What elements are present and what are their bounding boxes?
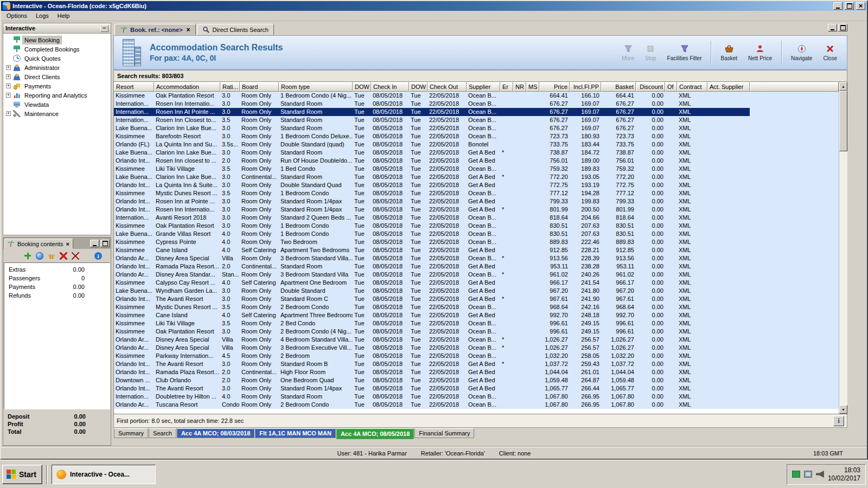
- booking-item-payments[interactable]: Payments0.00: [4, 282, 110, 291]
- globe-icon[interactable]: [36, 252, 43, 260]
- tree-expander[interactable]: +: [6, 74, 11, 79]
- facilities-filter-button[interactable]: Facilities Filter: [663, 42, 706, 63]
- result-row[interactable]: Orlando Int...The Avanti Resort3.0Room O…: [114, 360, 750, 368]
- sidebar-item-completed-bookings[interactable]: Completed Bookings: [3, 44, 111, 54]
- column-header-er[interactable]: Er: [500, 82, 513, 92]
- result-row[interactable]: KissimmeeMystic Dunes Resort ...3.5Room …: [114, 303, 750, 311]
- result-row[interactable]: KissimmeeBarefootn Resort3.0Room Only1 B…: [114, 132, 750, 140]
- result-row[interactable]: KissimmeeCypress Pointe4.0Room OnlyTwo B…: [114, 238, 750, 246]
- result-row[interactable]: KissimmeeCalypso Cay Resort ...4.0Self C…: [114, 279, 750, 287]
- result-row[interactable]: Lake Buena...Grande Villas Resort4.0Room…: [114, 230, 750, 238]
- bottom-tab-flt-1a-1c-man-mco-man[interactable]: Flt 1A,1C MAN MCO MAN: [255, 428, 336, 438]
- result-row[interactable]: KissimmeeLiki Tiki Village3.5Room Only2 …: [114, 319, 750, 328]
- panel-maximize-button[interactable]: [100, 240, 110, 247]
- result-row[interactable]: Orlando Ar...Disney Area SpecialVillaRoo…: [114, 344, 750, 352]
- result-row[interactable]: Orlando Ar...Disney Area SpecialVillaRoo…: [114, 336, 750, 344]
- tree-expander[interactable]: +: [6, 93, 11, 98]
- doc-restore-button[interactable]: [838, 24, 847, 31]
- info-icon[interactable]: [94, 252, 102, 260]
- result-row[interactable]: Orlando Ar...Disney Area Standar...Stan.…: [114, 271, 750, 279]
- result-row[interactable]: Orlando Int...The Avanti Resort3.0Room O…: [114, 295, 750, 303]
- tray-clock[interactable]: 18:03 10/02/2017: [828, 466, 860, 483]
- column-header-check-in[interactable]: Check In: [371, 82, 409, 92]
- bottom-tab-financial-summary[interactable]: Financial Summary: [414, 428, 474, 438]
- column-header-resort[interactable]: Resort: [114, 82, 154, 92]
- result-row[interactable]: KissimmeeCane Island4.0Self CateringApar…: [114, 311, 750, 319]
- bottom-tab-search[interactable]: Search: [149, 428, 176, 438]
- column-header-dow[interactable]: DOW: [409, 82, 427, 92]
- sidebar-item-administrator[interactable]: +Administrator: [3, 63, 111, 72]
- result-row[interactable]: Internation...Avanti Resort 20183.0Room …: [114, 214, 750, 222]
- sidebar-item-viewdata[interactable]: Viewdata: [3, 100, 111, 109]
- start-button[interactable]: Start: [2, 465, 42, 484]
- result-row[interactable]: Internation...Rosen Inn Internatio...3.0…: [114, 100, 750, 108]
- result-row[interactable]: KissimmeeLiki Tiki Village3.5Room Only1 …: [114, 165, 750, 173]
- result-row[interactable]: Downtown ...Club Orlando2.0Room OnlyOne …: [114, 376, 750, 384]
- result-row[interactable]: Lake Buena...Clarion Inn Lake Bue...3.0R…: [114, 149, 750, 157]
- bottom-tab-acc-4a-mco-08-03-2018[interactable]: Acc 4A MCO; 08/03/2018: [177, 428, 254, 438]
- panel-minimize-button[interactable]: [90, 240, 99, 247]
- scrollbar-track[interactable]: [839, 91, 847, 405]
- result-row[interactable]: Orlando Int...Ramada Plaza Resort...2.0C…: [114, 368, 750, 376]
- scroll-down-icon[interactable]: ▼: [839, 405, 847, 414]
- column-header-incl-fl-pp[interactable]: Incl.Fl.PP: [570, 82, 601, 92]
- tab-direct-clients-search[interactable]: Direct Clients Search: [197, 24, 274, 35]
- column-header-rati[interactable]: Rati...: [220, 82, 240, 92]
- network-icon[interactable]: [792, 471, 800, 478]
- sidebar-item-reporting-and-analytics[interactable]: +Reporting and Analytics: [3, 91, 111, 100]
- column-header-of[interactable]: Of: [665, 82, 677, 92]
- result-row[interactable]: KissimmeeOak Plantation Resort3.0Room On…: [114, 222, 750, 230]
- taskbar-task-button[interactable]: Interactive - Ocea...: [52, 465, 156, 484]
- more-button[interactable]: More: [617, 42, 639, 63]
- result-row[interactable]: KissimmeeParkway Internation...4.5Room O…: [114, 352, 750, 360]
- clear-icon[interactable]: [72, 252, 79, 260]
- result-row[interactable]: KissimmeeCane Island4.0Self CateringApar…: [114, 246, 750, 254]
- booking-item-refunds[interactable]: Refunds0.00: [4, 291, 110, 300]
- doc-minimize-button[interactable]: [828, 24, 837, 31]
- result-row[interactable]: Orlando Int...La Quinta Inn & Suite...3.…: [114, 181, 750, 189]
- maximize-button[interactable]: [845, 2, 854, 10]
- bottom-tab-acc-4a-mco-08-05-2018[interactable]: Acc 4A MCO; 08/05/2018: [336, 428, 414, 439]
- result-row[interactable]: Lake Buena...Clarion Inn Lake Bue...3.0R…: [114, 124, 750, 132]
- column-header-check-out[interactable]: Check Out: [427, 82, 467, 92]
- column-header-discount[interactable]: Discount: [636, 82, 665, 92]
- tree-expander[interactable]: +: [6, 84, 11, 88]
- column-header-dow[interactable]: DOW: [353, 82, 371, 92]
- basket-add-icon[interactable]: [48, 252, 55, 260]
- collapse-panel-button[interactable]: −: [100, 25, 108, 32]
- menu-options[interactable]: Options: [2, 11, 31, 20]
- result-row[interactable]: Orlando Ar...Disney Area SpecialVillaRoo…: [114, 254, 750, 262]
- menu-help[interactable]: Help: [53, 11, 74, 20]
- booking-item-extras[interactable]: Extras0.00: [4, 265, 110, 274]
- minimize-button[interactable]: [833, 2, 843, 10]
- vertical-scrollbar[interactable]: ▲ ▼: [839, 82, 847, 414]
- column-header-supplier[interactable]: Supplier: [467, 82, 500, 92]
- tab-book-ref-none[interactable]: Book. ref.: <none>×: [114, 24, 196, 35]
- sidebar-item-direct-clients[interactable]: +Direct Clients: [3, 72, 111, 81]
- booking-item-passengers[interactable]: Passengers0: [4, 274, 110, 282]
- stop-button[interactable]: Stop: [641, 42, 661, 63]
- result-row[interactable]: Orlando Ar...Tuscana ResortCondoRoom Onl…: [114, 401, 750, 409]
- result-row[interactable]: Internation...Doubletree by Hilton ...4.…: [114, 393, 750, 401]
- tree-expander[interactable]: +: [6, 65, 11, 70]
- result-row[interactable]: Internation...Rosen Inn Closest to...3.5…: [114, 116, 750, 124]
- result-row[interactable]: Orlando Int...Rosen Inn at Pointe ...3.0…: [114, 197, 750, 206]
- info-button[interactable]: [833, 416, 844, 426]
- column-header-accommodation[interactable]: Accommodation: [154, 82, 220, 92]
- result-row[interactable]: KissimmeeOak Plantation Resort3.0Room On…: [114, 328, 750, 336]
- result-row[interactable]: Lake Buena...Wyndham Garden La...3.0Room…: [114, 287, 750, 295]
- column-header-price[interactable]: Price: [539, 82, 570, 92]
- close-button[interactable]: Close: [819, 42, 841, 63]
- basket-button[interactable]: Basket: [716, 42, 742, 63]
- display-icon[interactable]: [804, 471, 812, 478]
- scrollbar-thumb[interactable]: [839, 91, 847, 151]
- close-icon[interactable]: ×: [186, 27, 190, 33]
- delete-icon[interactable]: [60, 252, 67, 260]
- column-header-ms[interactable]: MS: [526, 82, 539, 92]
- column-header-contract[interactable]: Contract: [677, 82, 707, 92]
- column-header-room-type[interactable]: Room type: [279, 82, 353, 92]
- result-row[interactable]: Orlando Int...The Avanti Resort3.0Room O…: [114, 384, 750, 393]
- result-row[interactable]: Orlando Int...Rosen Inn Internatio...3.0…: [114, 206, 750, 214]
- result-row[interactable]: Orlando (FL)La Quinta Inn and Su...3.5s.…: [114, 140, 750, 149]
- sidebar-item-quick-quotes[interactable]: Quick Quotes: [3, 54, 111, 63]
